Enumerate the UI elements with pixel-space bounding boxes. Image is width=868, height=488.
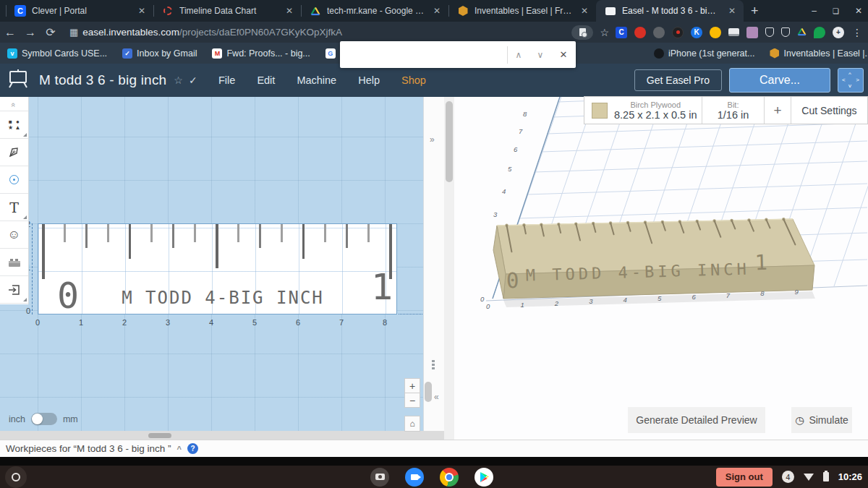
ruler-number-1[interactable]: 1 (371, 269, 393, 305)
collapse-workpieces-icon[interactable]: ^ (177, 445, 182, 453)
hscroll-thumb[interactable] (148, 433, 171, 438)
text-tool[interactable]: T (0, 194, 28, 221)
canvas-vertical-scrollbar[interactable] (425, 382, 432, 402)
add-bit-button[interactable]: + (765, 97, 791, 124)
reload-button[interactable]: ⟳ (41, 25, 61, 39)
shapes-tool[interactable]: ■● ★▲ (0, 111, 28, 139)
clock[interactable]: 10:26 (838, 471, 862, 482)
unit-switch[interactable] (31, 413, 57, 425)
tab-close-icon[interactable]: ✕ (726, 6, 738, 16)
chrome-app-icon[interactable] (440, 468, 459, 487)
tab-easel-active[interactable]: Easel - M todd 3 6 - big inch ✕ (596, 0, 744, 22)
tab-close-icon[interactable]: ✕ (284, 6, 295, 16)
preview-panel[interactable]: 0 1 M TODD 4-BIG INCH 01234567893456780 … (444, 97, 868, 440)
new-tab-button[interactable]: + (751, 4, 759, 19)
restore-button[interactable]: ❏ (833, 7, 839, 15)
extensions-puzzle-icon[interactable]: + (833, 27, 844, 38)
design-canvas[interactable]: 0 1 M TODD 4-BIG INCH 012345678 210 + − … (0, 97, 423, 431)
bookmark-star-icon[interactable]: ☆ (600, 27, 609, 38)
ruler-engraving-text[interactable]: M TODD 4-BIG INCH (111, 288, 335, 308)
back-button[interactable]: ← (0, 26, 20, 39)
kami-extension-icon[interactable]: K (691, 27, 702, 38)
extension-icon-gray[interactable] (653, 27, 665, 38)
generate-detailed-preview-button[interactable]: Generate Detailed Preview (628, 407, 765, 433)
project-title[interactable]: M todd 3 6 - big inch (39, 72, 166, 88)
shield-extension-icon-1[interactable] (765, 27, 774, 37)
brick-tool[interactable] (0, 249, 28, 276)
canvas-horizontal-scrollbar[interactable] (0, 431, 444, 440)
grammarly-extension-icon[interactable] (814, 27, 825, 38)
play-store-app-icon[interactable] (475, 468, 493, 487)
pen-tool[interactable] (0, 139, 28, 166)
bookmark-inventables[interactable]: Inventables | Easel |... (770, 48, 868, 59)
favorite-star-icon[interactable]: ☆ (174, 74, 183, 86)
close-window-button[interactable]: ✕ (855, 6, 862, 16)
sign-out-button[interactable]: Sign out (716, 468, 773, 487)
cut-settings-button[interactable]: Cut Settings (791, 97, 867, 124)
bookmark-fwd-proofs[interactable]: M Fwd: Proofs... - big... (212, 48, 310, 59)
tab-close-icon[interactable]: ✕ (579, 6, 590, 16)
simulate-button[interactable]: ◷ Simulate (791, 407, 852, 433)
help-icon[interactable]: ? (187, 443, 198, 454)
screencast-extension-icon[interactable] (728, 28, 739, 36)
adblock-extension-icon[interactable] (634, 27, 646, 38)
preview-scroll-thumb[interactable] (446, 101, 453, 182)
forward-button[interactable]: → (20, 26, 41, 39)
find-input[interactable] (347, 46, 507, 64)
import-tool[interactable] (0, 276, 28, 304)
extension-icon-dark[interactable] (672, 27, 684, 38)
preview-vertical-scrollbar[interactable] (444, 97, 454, 440)
jog-pad-button[interactable]: ^ v < > (838, 68, 864, 93)
zoom-in-button[interactable]: + (404, 378, 420, 393)
collapse-left-chevron-icon[interactable]: « (434, 392, 439, 402)
site-info-icon[interactable]: ▦ (69, 27, 78, 38)
menu-help[interactable]: Help (358, 74, 380, 86)
tab-drive[interactable]: tech-mr.kane - Google Drive ✕ (301, 0, 448, 22)
bit-selector[interactable]: Bit: 1/16 in (702, 97, 765, 124)
bookmark-inbox-gmail[interactable]: ✓ Inbox by Gmail (122, 48, 197, 59)
address-bar[interactable]: easel.inventables.com/projects/daEf0PN60… (82, 27, 342, 38)
thumbs-up-extension-icon[interactable] (710, 27, 721, 38)
icon-library-tool[interactable]: ☺ (0, 221, 28, 249)
ruler-number-0[interactable]: 0 (57, 278, 79, 314)
lens-search-icon[interactable] (571, 25, 593, 40)
origin-tool[interactable] (0, 166, 28, 194)
workpiece[interactable]: 0 1 M TODD 4-BIG INCH (38, 223, 397, 314)
material-selector[interactable]: Birch Plywood 8.25 x 2.1 x 0.5 in (584, 97, 702, 124)
tab-close-icon[interactable]: ✕ (136, 6, 148, 16)
video-call-app-icon[interactable] (405, 468, 424, 487)
wifi-icon[interactable] (804, 474, 814, 481)
collapse-sidebar-button[interactable]: « (0, 97, 28, 111)
menu-edit[interactable]: Edit (257, 74, 275, 86)
panel-divider[interactable]: » « (423, 97, 444, 440)
notification-badge[interactable]: 4 (782, 471, 794, 483)
shield-extension-icon-2[interactable] (781, 27, 790, 37)
find-next-button[interactable]: ∨ (529, 50, 551, 60)
tab-inventables[interactable]: Inventables | Easel | Free CNC S ✕ (448, 0, 596, 22)
tab-clever[interactable]: C Clever | Portal ✕ (6, 0, 153, 22)
divider-drag-handle[interactable] (432, 360, 435, 371)
menu-machine[interactable]: Machine (297, 74, 336, 86)
bookmark-symbol-cards[interactable]: v Symbol Cards USE... (7, 48, 107, 59)
photos-extension-icon[interactable] (746, 27, 758, 38)
zoom-home-button[interactable]: ⌂ (404, 416, 420, 432)
find-previous-button[interactable]: ∧ (508, 50, 529, 60)
inventables-hex-icon (770, 48, 779, 59)
drive-extension-icon[interactable] (797, 26, 807, 39)
expand-right-chevron-icon[interactable]: » (430, 134, 435, 145)
menu-shop[interactable]: Shop (401, 74, 426, 86)
bookmark-iphone[interactable]: iPhone (1st generat... (654, 48, 755, 59)
camera-app-icon[interactable] (370, 468, 389, 487)
preview-3d-view[interactable]: 0 1 M TODD 4-BIG INCH 01234567893456780 (444, 97, 868, 440)
find-close-button[interactable]: ✕ (551, 49, 576, 60)
carve-button[interactable]: Carve... (729, 68, 830, 93)
menu-file[interactable]: File (218, 74, 235, 86)
tab-close-icon[interactable]: ✕ (431, 6, 443, 16)
minimize-button[interactable]: – (812, 6, 817, 16)
zoom-out-button[interactable]: − (404, 393, 420, 408)
browser-menu-icon[interactable]: ⋮ (852, 27, 862, 38)
get-easel-pro-button[interactable]: Get Easel Pro (634, 69, 722, 91)
clever-extension-icon[interactable]: C (616, 27, 627, 38)
tab-timeline[interactable]: Timeline Data Chart ✕ (153, 0, 301, 22)
launcher-button[interactable] (5, 466, 27, 488)
